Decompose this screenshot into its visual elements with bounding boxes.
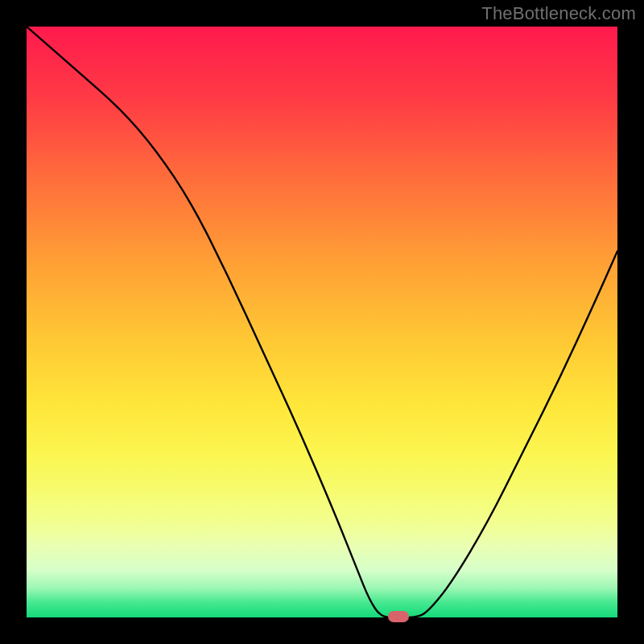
plot-area	[27, 27, 617, 617]
chart-frame: TheBottleneck.com	[0, 0, 644, 644]
watermark-label: TheBottleneck.com	[481, 3, 636, 24]
bottleneck-curve	[27, 27, 617, 617]
curve-path	[27, 27, 617, 617]
minimum-marker	[388, 611, 409, 622]
